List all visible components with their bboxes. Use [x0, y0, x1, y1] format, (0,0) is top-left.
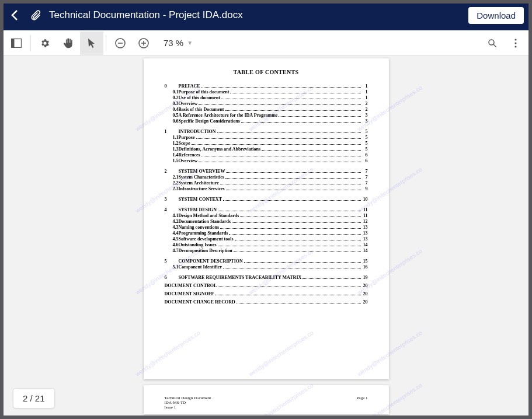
toc-section-number: 4.5 — [173, 236, 179, 242]
toc-page-number: 20 — [362, 299, 368, 305]
toc-leader-dots — [223, 266, 361, 268]
toc-label: Naming conventions — [179, 225, 220, 231]
settings-button[interactable] — [33, 32, 57, 55]
toc-leader-dots — [262, 148, 360, 151]
toc-page-number: 9 — [362, 186, 368, 192]
toc-page-number: 11 — [362, 207, 368, 213]
toc-entry: DOCUMENT CHANGE RECORD20 — [165, 299, 368, 305]
toc-label: Overview — [179, 101, 198, 107]
toc-leader-dots — [199, 103, 360, 105]
toc-label: SYSTEM CONTEXT — [173, 197, 222, 202]
chevron-left-icon — [11, 9, 19, 21]
toc-page-number: 5 — [362, 129, 368, 135]
toc-label: Purpose of this document — [179, 89, 230, 95]
zoom-level-dropdown[interactable]: 73 % ▼ — [164, 38, 193, 48]
document-viewport[interactable]: TABLE OF CONTENTS 0PREFACE10.1 Purpose o… — [0, 56, 532, 419]
toc-label: SYSTEM DESIGN — [173, 207, 217, 213]
toc-entry: 0.3 Overview2 — [165, 101, 368, 107]
toc-section-number: 0.1 — [173, 89, 179, 95]
toc-section-number: 0.4 — [173, 107, 179, 113]
panel-toggle-button[interactable] — [5, 32, 28, 55]
toc-label: COMPONENT DESCRIPTION — [173, 259, 243, 264]
separator — [106, 35, 106, 51]
cursor-icon — [87, 38, 96, 48]
toc-page-number: 5 — [362, 141, 368, 146]
toc-label: Specific Design Considerations — [179, 118, 240, 124]
toc-leader-dots — [218, 285, 360, 287]
page-header-line3: Issue 1 — [165, 405, 368, 410]
toc-leader-dots — [232, 221, 360, 223]
svg-rect-1 — [12, 39, 15, 47]
zoom-in-icon — [138, 37, 149, 49]
svg-line-8 — [493, 44, 496, 47]
toc-entry: 4.1 Design Method and Standards11 — [165, 213, 368, 219]
toc-entry: 2.2 System Architecture7 — [165, 180, 368, 186]
svg-point-7 — [489, 40, 494, 45]
page-header-line2: IDA-MS-TD — [165, 400, 368, 405]
toc-chapter-number: 5 — [165, 259, 173, 264]
viewer-toolbar: 73 % ▼ — [0, 30, 532, 56]
toc-leader-dots — [225, 109, 361, 111]
toc-label: A Reference Architecture for the IDA Pro… — [179, 113, 278, 118]
toc-leader-dots — [244, 260, 361, 263]
toc-entry: 4.6 Outstanding Issues14 — [165, 242, 368, 248]
select-tool-button[interactable] — [80, 32, 103, 55]
zoom-out-button[interactable] — [109, 32, 132, 55]
toc-chapter-number: 4 — [165, 207, 173, 213]
toc-entry: 1.2 Scope5 — [165, 141, 368, 146]
toc-label: INTRODUCTION — [173, 129, 216, 135]
pan-tool-button[interactable] — [57, 32, 80, 55]
toc-label: Use of this document — [179, 95, 220, 101]
toc-label: Software development tools — [179, 236, 234, 242]
svg-point-11 — [514, 46, 516, 47]
toc-label: System Architecture — [179, 180, 219, 186]
document-page: Technical Design Document Page 1 IDA-MS-… — [144, 385, 389, 414]
toc-page-number: 12 — [362, 219, 368, 225]
toc-section-number: 4.2 — [173, 219, 179, 225]
toc-entry: 5.1 Component Identifier16 — [165, 264, 368, 270]
toc-chapter-number: 2 — [165, 169, 173, 174]
app-header: Technical Documentation - Project IDA.do… — [0, 0, 532, 30]
toc-label: PREFACE — [173, 83, 200, 89]
toc-label: Programming Standards — [179, 231, 228, 236]
toc-label: SOFTWARE REQUIREMENTS TRACEABILITY MATRI… — [173, 275, 302, 281]
toc-chapter-number: 1 — [165, 129, 173, 135]
toc-entry: 6SOFTWARE REQUIREMENTS TRACEABILITY MATR… — [165, 275, 368, 281]
document-title: Technical Documentation - Project IDA.do… — [49, 9, 468, 21]
search-button[interactable] — [481, 32, 504, 55]
toc-list: 0PREFACE10.1 Purpose of this document10.… — [165, 83, 368, 305]
gear-icon — [40, 38, 50, 48]
toc-section-number: 0.2 — [173, 95, 179, 101]
toc-page-number: 5 — [362, 146, 368, 152]
more-button[interactable] — [504, 32, 527, 55]
toc-section-number: 4.3 — [173, 225, 179, 231]
zoom-in-button[interactable] — [132, 32, 155, 55]
toc-page-number: 3 — [362, 118, 368, 124]
toc-page-number: 14 — [362, 242, 368, 248]
download-button[interactable]: Download — [468, 7, 524, 24]
toc-label: References — [179, 152, 200, 158]
toc-entry: DOCUMENT CONTROL20 — [165, 283, 368, 289]
search-icon — [487, 38, 498, 48]
toc-label: Component Identifier — [179, 264, 222, 270]
toc-chapter-number: 3 — [165, 197, 173, 202]
toc-label: Outstanding Issues — [179, 242, 217, 248]
toc-label: Basis of this Document — [179, 107, 224, 113]
toc-leader-dots — [218, 244, 361, 246]
toc-entry: 0.4 Basis of this Document2 — [165, 107, 368, 113]
toc-leader-dots — [230, 91, 360, 93]
toc-chapter-number: 0 — [165, 83, 173, 89]
toc-entry: 5COMPONENT DESCRIPTION15 — [165, 259, 368, 264]
toc-entry: 4.3 Naming conventions13 — [165, 225, 368, 231]
page-counter[interactable]: 2 / 21 — [13, 388, 55, 408]
toc-leader-dots — [225, 176, 361, 179]
watermark: wendy@initechenterprises.co — [356, 329, 423, 377]
toc-page-number: 13 — [362, 236, 368, 242]
toc-section-number: 5.1 — [173, 264, 179, 270]
toc-section-number: 4.6 — [173, 242, 179, 248]
document-page: TABLE OF CONTENTS 0PREFACE10.1 Purpose o… — [144, 58, 389, 379]
toc-label: SYSTEM OVERVIEW — [173, 169, 225, 174]
toc-leader-dots — [241, 120, 361, 123]
page-header-left: Technical Design Document — [165, 396, 211, 400]
back-button[interactable] — [8, 9, 21, 22]
